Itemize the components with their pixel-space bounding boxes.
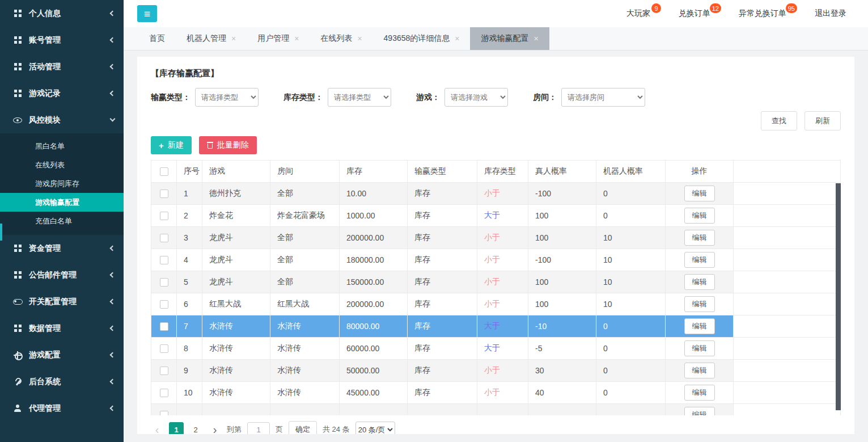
tab-0[interactable]: 首页 [138, 27, 176, 50]
sidebar-subitem-0[interactable]: 黑白名单 [0, 137, 124, 155]
tab-2[interactable]: 用户管理× [247, 27, 310, 50]
cell-win_type: 库存 [408, 315, 477, 338]
grid-icon [12, 63, 23, 70]
edit-button[interactable]: 编辑 [684, 385, 715, 401]
sidebar-subitem-1[interactable]: 在线列表 [0, 155, 124, 174]
column-header: 真人概率 [528, 161, 596, 183]
topbar-link-2[interactable]: 异常兑换订单95 [739, 9, 792, 19]
row-checkbox-cell [151, 183, 177, 205]
sidebar-item-7[interactable]: 开关配置管理 [0, 288, 124, 315]
topbar-link-0[interactable]: 大玩家9 [626, 9, 656, 19]
table-scrollbar-thumb[interactable] [836, 183, 841, 410]
sidebar-subitem-4[interactable]: 充值白名单 [0, 212, 124, 230]
tab-close-icon[interactable]: × [231, 34, 236, 43]
sidebar-item-0[interactable]: 个人信息 [0, 0, 124, 27]
select-all-checkbox[interactable] [160, 167, 168, 176]
stock-type-value: 小于 [484, 299, 500, 308]
plus-icon: + [159, 141, 164, 150]
table-row: 8水浒传水浒传60000.00库存大于-50编辑 [151, 338, 841, 360]
tab-5[interactable]: 游戏输赢配置× [470, 27, 549, 50]
sidebar-toggle-button[interactable]: ≡ [137, 5, 157, 22]
goto-confirm-button[interactable]: 确定 [289, 421, 317, 434]
cell-room: 全部 [270, 271, 340, 293]
row-checkbox-cell [151, 360, 177, 382]
tab-close-icon[interactable]: × [455, 34, 459, 43]
filler-cell [734, 404, 841, 416]
stock-type-value: 小于 [484, 255, 500, 264]
row-checkbox[interactable] [160, 256, 168, 264]
sidebar-item-6[interactable]: 公告邮件管理 [0, 262, 124, 288]
filter-stock-type: 库存类型：请选择类型 [283, 88, 391, 107]
row-checkbox[interactable] [160, 300, 168, 309]
topbar-links: 大玩家9兑换订单12异常兑换订单95退出登录 [626, 9, 852, 19]
page-size-select[interactable]: 20 条/页 [355, 422, 395, 434]
cell-room: 水浒传 [270, 360, 340, 382]
row-checkbox[interactable] [160, 367, 168, 375]
edit-button[interactable]: 编辑 [684, 208, 715, 224]
win-type-select[interactable]: 请选择类型 [195, 88, 259, 107]
page-button-2[interactable]: 2 [188, 422, 203, 434]
row-checkbox[interactable] [160, 344, 168, 353]
sidebar-item-9[interactable]: 游戏配置 [0, 342, 124, 368]
edit-button[interactable]: 编辑 [684, 318, 715, 334]
room-select[interactable]: 请选择房间 [561, 88, 645, 107]
sidebar-item-2[interactable]: 活动管理 [0, 53, 124, 80]
row-checkbox[interactable] [160, 322, 168, 331]
sidebar-item-10[interactable]: 后台系统 [0, 368, 124, 395]
topbar-link-3[interactable]: 退出登录 [815, 9, 852, 19]
sidebar-item-1[interactable]: 账号管理 [0, 27, 124, 53]
game-select[interactable]: 请选择游戏 [444, 88, 508, 107]
goto-page-input[interactable] [247, 422, 270, 435]
stock-type-select[interactable]: 请选择类型 [328, 88, 391, 107]
tab-close-icon[interactable]: × [357, 34, 362, 43]
sidebar-item-11[interactable]: 代理管理 [0, 395, 124, 422]
row-checkbox[interactable] [160, 411, 168, 415]
row-checkbox[interactable] [160, 278, 168, 287]
cell-real: 40 [528, 382, 596, 404]
row-checkbox[interactable] [160, 212, 168, 220]
tab-1[interactable]: 机器人管理× [176, 27, 247, 50]
filler-column-header [734, 161, 841, 183]
new-button[interactable]: + 新建 [151, 136, 192, 154]
row-checkbox[interactable] [160, 234, 168, 242]
sidebar-scrollbar-thumb[interactable] [0, 224, 2, 241]
row-checkbox-cell [151, 205, 177, 227]
sidebar-item-5[interactable]: 资金管理 [0, 235, 124, 262]
cell-real [528, 404, 596, 416]
row-checkbox[interactable] [160, 190, 168, 198]
table-header-row: 序号游戏房间库存输赢类型库存类型真人概率机器人概率操作 [151, 161, 841, 183]
sidebar-item-label: 代理管理 [29, 403, 111, 414]
edit-button[interactable]: 编辑 [684, 230, 715, 246]
edit-button[interactable]: 编辑 [684, 363, 715, 378]
sidebar-item-4[interactable]: 风控模块 [0, 107, 124, 133]
tab-3[interactable]: 在线列表× [310, 27, 372, 50]
row-checkbox-cell [151, 249, 177, 271]
edit-button[interactable]: 编辑 [684, 340, 715, 356]
edit-button[interactable]: 编辑 [684, 186, 715, 201]
next-page-icon[interactable]: › [209, 422, 221, 434]
edit-button[interactable]: 编辑 [684, 296, 715, 312]
prev-page-icon[interactable]: ‹ [151, 422, 163, 434]
batch-delete-button[interactable]: 批量删除 [199, 136, 257, 154]
page-button-1[interactable]: 1 [169, 422, 184, 434]
sidebar-item-3[interactable]: 游戏记录 [0, 80, 124, 107]
tab-4[interactable]: 493658的详细信息× [373, 27, 471, 50]
sidebar-item-8[interactable]: 数据管理 [0, 315, 124, 342]
edit-button[interactable]: 编辑 [684, 252, 715, 268]
topbar-link-1[interactable]: 兑换订单12 [679, 9, 716, 19]
row-checkbox[interactable] [160, 389, 168, 397]
sidebar-subitem-3[interactable]: 游戏输赢配置 [0, 193, 124, 212]
filler-cell [734, 293, 841, 315]
stock-type-value: 小于 [484, 233, 500, 242]
sidebar-subitem-2[interactable]: 游戏房间库存 [0, 174, 124, 193]
tab-close-icon[interactable]: × [533, 34, 538, 43]
tab-close-icon[interactable]: × [294, 34, 299, 43]
refresh-button[interactable]: 刷新 [805, 111, 841, 131]
chevron-left-icon [110, 299, 116, 305]
stock-type-value: 大于 [484, 321, 500, 330]
edit-button[interactable]: 编辑 [684, 274, 715, 290]
filter-label: 游戏： [416, 92, 440, 103]
search-button[interactable]: 查找 [761, 111, 797, 131]
stock-type-value: 小于 [484, 277, 500, 286]
edit-button[interactable]: 编辑 [684, 407, 715, 415]
